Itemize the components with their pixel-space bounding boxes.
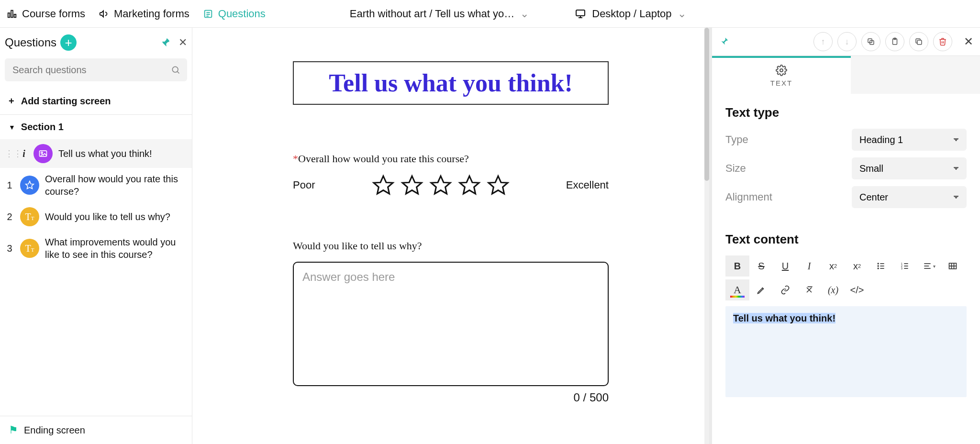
add-question-button[interactable]: + (60, 34, 77, 51)
sidebar-title: Questions (5, 36, 56, 49)
number-list-button[interactable]: 123 (893, 255, 917, 277)
pin-icon[interactable] (719, 36, 729, 47)
delete-button[interactable] (933, 32, 952, 51)
editor-toolbar: B S U I x2 x2 123 ▾ A (725, 255, 967, 300)
section-label: Section 1 (21, 122, 64, 133)
panel-toolbar: ↑ ↓ ✕ (712, 28, 980, 56)
strike-button[interactable]: S (749, 255, 773, 277)
nav-questions[interactable]: Questions (203, 8, 266, 20)
move-up-button[interactable]: ↑ (813, 32, 833, 51)
list-item-label: What improvements would you like to see … (45, 236, 186, 261)
svg-marker-19 (489, 176, 508, 194)
paste-button[interactable] (885, 32, 904, 51)
bullet-list-button[interactable] (869, 255, 893, 277)
pin-icon[interactable] (160, 37, 171, 48)
drag-handle-icon[interactable]: ⋮⋮ (5, 148, 14, 159)
text-chip-icon: TT (20, 239, 39, 258)
duplicate-button[interactable] (909, 32, 928, 51)
close-icon[interactable]: ✕ (178, 36, 187, 49)
content-editor[interactable]: Tell us what you think! (725, 306, 967, 397)
svg-text:3: 3 (901, 267, 902, 270)
item-number: 1 (5, 180, 14, 191)
subscript-button[interactable]: x2 (845, 255, 869, 277)
rating-low-label: Poor (293, 179, 315, 191)
ending-label: Ending screen (24, 425, 85, 436)
align-select[interactable]: Center (852, 186, 967, 208)
section-header[interactable]: ▼ Section 1 (0, 115, 192, 139)
nav-course-forms-label: Course forms (22, 8, 85, 20)
tab-blank (851, 56, 980, 94)
underline-button[interactable]: U (773, 255, 797, 277)
item-number: 2 (5, 211, 14, 222)
move-down-button[interactable]: ↓ (837, 32, 857, 51)
question-2-label: Would you like to tell us why? (293, 240, 609, 252)
scrollbar-thumb[interactable] (704, 28, 709, 181)
clear-format-button[interactable] (797, 279, 821, 300)
heading-block[interactable]: Tell us what you think! (293, 61, 609, 105)
svg-point-27 (878, 266, 879, 266)
svg-rect-24 (917, 40, 922, 44)
list-icon (203, 9, 213, 19)
svg-point-26 (878, 263, 879, 264)
italic-button[interactable]: I (797, 255, 821, 277)
link-button[interactable] (773, 279, 797, 300)
svg-rect-2 (14, 14, 16, 17)
star-icon[interactable] (372, 174, 395, 197)
close-icon[interactable]: ✕ (964, 35, 973, 48)
answer-placeholder: Answer goes here (302, 270, 395, 283)
answer-textarea[interactable]: Answer goes here (293, 262, 609, 386)
star-icon[interactable] (458, 174, 481, 197)
star-icon[interactable] (487, 174, 510, 197)
nav-marketing-forms[interactable]: Marketing forms (99, 8, 189, 20)
code-button[interactable]: </> (845, 279, 869, 300)
text-color-button[interactable]: A (725, 279, 749, 300)
align-button[interactable]: ▾ (917, 255, 941, 277)
question-list: ⋮⋮ i Tell us what you think! 1 Overall h… (0, 139, 192, 266)
svg-rect-0 (8, 13, 10, 17)
image-chip-icon (33, 144, 53, 163)
desktop-icon (575, 8, 586, 20)
nav-course-forms[interactable]: Course forms (7, 8, 85, 20)
add-starting-screen[interactable]: + Add starting screen (0, 88, 192, 114)
variable-button[interactable]: (x) (821, 279, 845, 300)
tab-text-label: TEXT (770, 79, 792, 87)
gear-icon (776, 65, 787, 76)
svg-marker-18 (460, 176, 479, 194)
list-item[interactable]: 2 TT Would you like to tell us why? (0, 202, 192, 231)
list-item[interactable]: 3 TT What improvements would you like to… (0, 231, 192, 266)
breadcrumb-selector[interactable]: Earth without art / Tell us what yo… ⌄ (350, 8, 529, 20)
sidebar: Questions + ✕ + Add starting screen ▼ Se… (0, 28, 192, 444)
size-select[interactable]: Small (852, 157, 967, 179)
add-starting-label: Add starting screen (21, 96, 111, 107)
star-icon[interactable] (401, 174, 423, 197)
search-icon (171, 65, 180, 75)
chevron-down-icon: ⌄ (520, 8, 529, 20)
chevron-down-icon: ⌄ (678, 8, 686, 20)
highlight-button[interactable] (749, 279, 773, 300)
canvas: Tell us what you think! *Overall how wou… (192, 28, 712, 444)
list-item[interactable]: 1 Overall how would you rate this course… (0, 168, 192, 202)
info-icon[interactable]: i (20, 148, 28, 159)
star-rating[interactable] (372, 174, 510, 197)
list-item[interactable]: ⋮⋮ i Tell us what you think! (0, 139, 192, 168)
device-selector[interactable]: Desktop / Laptop ⌄ (575, 8, 686, 20)
svg-point-13 (41, 152, 43, 154)
text-type-heading: Text type (725, 105, 967, 120)
search-input-wrap[interactable] (5, 58, 187, 81)
superscript-button[interactable]: x2 (821, 255, 845, 277)
bold-button[interactable]: B (725, 255, 749, 277)
ending-screen[interactable]: ⚑ Ending screen (0, 416, 192, 444)
svg-rect-1 (11, 10, 13, 17)
flag-icon: ⚑ (9, 424, 18, 436)
table-button[interactable] (941, 255, 965, 277)
svg-point-25 (780, 69, 783, 72)
align-label: Alignment (725, 191, 772, 203)
star-icon[interactable] (429, 174, 452, 197)
copy-button[interactable] (861, 32, 880, 51)
char-count: 0 / 500 (293, 391, 609, 404)
type-select[interactable]: Heading 1 (852, 129, 967, 151)
rating-high-label: Excellent (566, 179, 609, 191)
search-input[interactable] (11, 64, 171, 76)
tab-text[interactable]: TEXT (712, 56, 851, 94)
star-chip-icon (20, 176, 39, 195)
